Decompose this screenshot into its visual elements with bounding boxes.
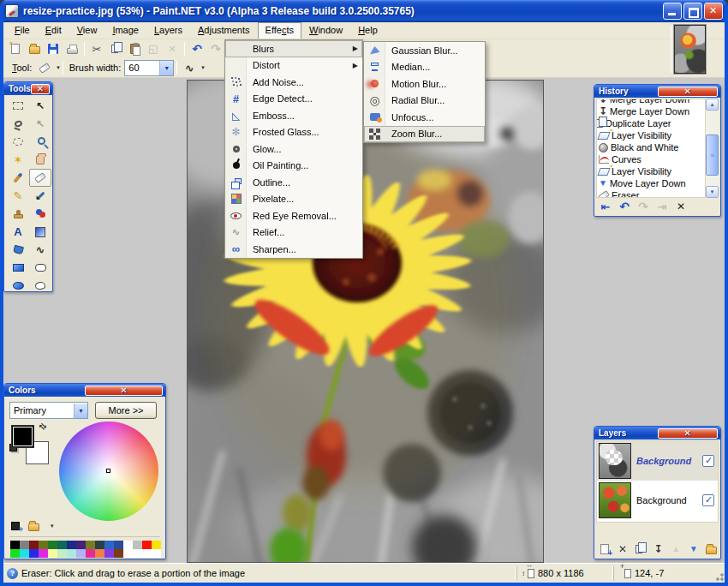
color-swatch[interactable]: [76, 549, 86, 558]
tool-recolor[interactable]: [29, 205, 51, 223]
color-swatch[interactable]: [29, 549, 39, 558]
tool-ellipse-select[interactable]: [7, 133, 29, 151]
merge-layer-down-button[interactable]: ↧: [651, 542, 665, 557]
scroll-up-icon[interactable]: ▲: [706, 99, 719, 111]
fast-forward-button[interactable]: ⇥: [654, 200, 670, 214]
effects-menu-item-sharpen[interactable]: ∞Sharpen...: [225, 241, 362, 258]
delete-layer-button[interactable]: ✕: [616, 542, 630, 557]
redo-button[interactable]: ↷: [636, 200, 651, 214]
color-swatch[interactable]: [20, 541, 29, 549]
menu-adjustments[interactable]: Adjustments: [190, 23, 258, 38]
new-document-button[interactable]: [6, 40, 25, 57]
menu-layers[interactable]: Layers: [146, 23, 190, 38]
tool-lasso-select[interactable]: [7, 115, 29, 133]
history-scrollbar[interactable]: ▲ ≡ ▼: [706, 99, 719, 198]
color-swatch[interactable]: [95, 549, 104, 558]
open-button[interactable]: [25, 40, 44, 57]
menu-window[interactable]: Window: [301, 23, 350, 38]
blurs-menu-item-zoom-blur[interactable]: Zoom Blur...: [364, 126, 485, 143]
chevron-down-icon[interactable]: ▼: [159, 61, 173, 75]
history-item[interactable]: Layer Visibility: [597, 165, 705, 177]
cut-button[interactable]: ✂: [87, 40, 106, 57]
effects-menu-item-blurs[interactable]: Blurs▶: [225, 40, 362, 57]
color-swatch[interactable]: [67, 549, 76, 558]
history-item[interactable]: Eraser: [597, 189, 705, 198]
curve-style-dropdown[interactable]: ∿: [180, 59, 199, 76]
close-icon[interactable]: ✕: [658, 87, 719, 97]
tool-move-selected-pixels[interactable]: ↖: [29, 97, 51, 115]
print-button[interactable]: [63, 40, 81, 57]
menu-file[interactable]: File: [7, 23, 38, 38]
tool-rectangle[interactable]: [7, 259, 29, 277]
history-item[interactable]: Layer Visibility: [597, 129, 705, 141]
brush-width-combobox[interactable]: 60 ▼: [124, 60, 174, 76]
color-swatch[interactable]: [57, 549, 67, 558]
color-swatch[interactable]: [104, 541, 114, 549]
layers-palette-titlebar[interactable]: Layers ✕: [594, 427, 720, 440]
color-swatch[interactable]: [86, 549, 95, 558]
history-item[interactable]: Black and White: [597, 141, 705, 153]
tool-color-picker[interactable]: [29, 187, 51, 205]
delete-history-button[interactable]: ✕: [673, 200, 689, 214]
chevron-down-icon[interactable]: ▾: [51, 523, 54, 529]
tool-rounded-rectangle[interactable]: [29, 259, 51, 277]
swap-colors-icon[interactable]: ⇄: [37, 421, 49, 433]
tool-magic-wand[interactable]: ✶: [7, 151, 29, 169]
tool-paint-bucket[interactable]: [7, 241, 29, 259]
redo-button[interactable]: ↷: [206, 40, 225, 57]
history-item[interactable]: ↧Merge Layer Down: [597, 99, 705, 105]
color-swatch[interactable]: [29, 541, 39, 549]
duplicate-layer-button[interactable]: [633, 542, 647, 557]
copy-button[interactable]: [106, 40, 125, 57]
current-tool-dropdown[interactable]: [35, 59, 54, 76]
paste-button[interactable]: [125, 40, 144, 57]
color-swatch[interactable]: [123, 541, 133, 549]
effects-menu-item-outline[interactable]: Outline...: [225, 174, 362, 191]
layer-visible-checkbox[interactable]: [702, 455, 714, 467]
deselect-button[interactable]: ✕: [163, 40, 182, 57]
color-swatch[interactable]: [123, 549, 133, 558]
color-wheel[interactable]: [59, 422, 158, 521]
history-item[interactable]: ↧Merge Layer Down: [597, 105, 705, 117]
restore-button[interactable]: [683, 3, 702, 20]
tool-pan[interactable]: [29, 151, 51, 169]
color-swatch[interactable]: [10, 549, 20, 558]
color-swatch[interactable]: [142, 549, 152, 558]
scrollbar-thumb[interactable]: ≡: [706, 135, 719, 176]
color-swatch[interactable]: [20, 549, 29, 558]
effects-menu-item-oil-painting[interactable]: Oil Painting...: [225, 158, 362, 175]
tool-text[interactable]: A: [7, 223, 29, 241]
blurs-menu-item-gaussian-blur[interactable]: Gaussian Blur...: [364, 42, 485, 59]
move-layer-down-button[interactable]: ▼: [687, 542, 701, 557]
color-swatch[interactable]: [133, 541, 142, 549]
tool-line-curve[interactable]: ∿: [29, 241, 51, 259]
blurs-menu-item-radial-blur[interactable]: ◎Radial Blur...: [364, 93, 485, 110]
menu-effects[interactable]: Effects: [258, 22, 301, 39]
color-swatch[interactable]: [152, 541, 161, 549]
menu-view[interactable]: View: [69, 23, 105, 38]
layer-visible-checkbox[interactable]: [702, 494, 714, 506]
color-swatch[interactable]: [39, 541, 48, 549]
color-swatch[interactable]: [95, 541, 104, 549]
tool-freeform-shape[interactable]: [29, 277, 51, 295]
effects-menu-item-glow[interactable]: Glow...: [225, 141, 362, 158]
tool-move-selection[interactable]: ↖: [29, 115, 51, 133]
menu-help[interactable]: Help: [350, 23, 385, 38]
more-button[interactable]: More >>: [95, 402, 157, 419]
blurs-menu-item-unfocus[interactable]: Unfocus...: [364, 109, 485, 126]
close-button[interactable]: [704, 3, 723, 20]
save-button[interactable]: [44, 40, 63, 57]
tools-palette-titlebar[interactable]: Tools ✕: [4, 82, 52, 95]
color-swatch[interactable]: [133, 549, 142, 558]
add-color-icon[interactable]: [11, 522, 20, 530]
color-swatch[interactable]: [10, 541, 20, 549]
color-swatch[interactable]: [48, 549, 57, 558]
menu-image[interactable]: Image: [104, 23, 146, 38]
undo-button[interactable]: ↶: [617, 200, 632, 214]
colors-palette-titlebar[interactable]: Colors ✕: [4, 384, 165, 397]
tool-clone-stamp[interactable]: [7, 205, 29, 223]
color-mode-select[interactable]: Primary ▼: [9, 402, 88, 419]
effects-menu-item-add-noise[interactable]: Add Noise...: [225, 74, 362, 91]
add-layer-button[interactable]: [598, 542, 612, 557]
color-swatch[interactable]: [104, 549, 114, 558]
